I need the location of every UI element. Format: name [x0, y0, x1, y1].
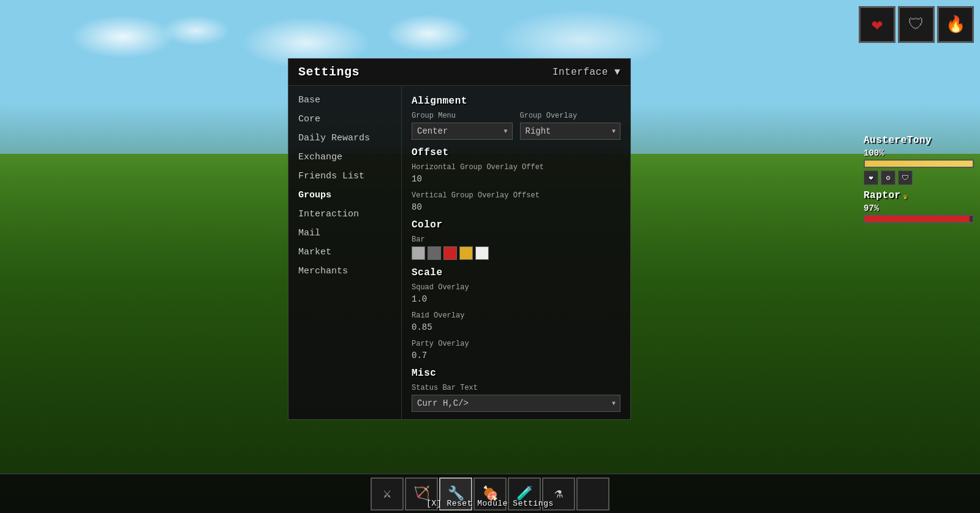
- settings-content: Alignment Group Menu Center Left Right ▼…: [402, 86, 630, 419]
- color-swatch-light-gray[interactable]: [412, 246, 425, 260]
- fire-hud-icon: 🔥: [937, 6, 974, 43]
- status-bar-text-dropdown-container: Curr H,C/> Option 2 Option 3 ▼: [412, 395, 620, 412]
- group-menu-dropdown-container: Center Left Right ▼: [412, 123, 513, 140]
- group-menu-select[interactable]: Center Left Right: [412, 123, 513, 140]
- nav-item-daily-rewards[interactable]: Daily Rewards: [288, 129, 401, 148]
- player1-health-percent: 100%: [864, 148, 974, 158]
- group-menu-col: Group Menu Center Left Right ▼: [412, 112, 513, 140]
- nav-item-interaction[interactable]: Interaction: [288, 205, 401, 224]
- player1-gear-icon: ⚙: [881, 170, 895, 185]
- player1-name: AustereTony: [864, 135, 974, 146]
- settings-nav: Base Core Daily Rewards Exchange Friends…: [288, 86, 402, 419]
- party-overlay-value: 0.7: [412, 351, 620, 360]
- alignment-row: Group Menu Center Left Right ▼ Group Ove…: [412, 112, 620, 140]
- player2-health-fill: [865, 216, 970, 222]
- settings-body: Base Core Daily Rewards Exchange Friends…: [288, 86, 630, 419]
- player1-shield-icon: 🛡: [898, 170, 913, 185]
- group-menu-label: Group Menu: [412, 112, 513, 120]
- reset-module-text[interactable]: [X] Reset Module Settings: [426, 499, 554, 508]
- color-swatch-white[interactable]: [475, 246, 489, 260]
- misc-section-title: Misc: [412, 368, 620, 379]
- color-swatches-row: [412, 246, 620, 260]
- party-overlay-label: Party Overlay: [412, 340, 620, 348]
- hotbar-slot-7[interactable]: [576, 477, 609, 511]
- nav-item-exchange[interactable]: Exchange: [288, 148, 401, 167]
- status-bar-text-label: Status Bar Text: [412, 384, 620, 392]
- nav-item-market[interactable]: Market: [288, 243, 401, 262]
- color-swatch-red[interactable]: [443, 246, 457, 260]
- player1-heart-icon: ❤: [864, 170, 878, 185]
- nav-item-merchants[interactable]: Merchants: [288, 262, 401, 281]
- nav-item-core[interactable]: Core: [288, 110, 401, 129]
- player2-crown: ♛: [903, 192, 908, 202]
- horizontal-offset-label: Horizontal Group Overlay Offet: [412, 163, 620, 172]
- hotbar-slot-1[interactable]: ⚔: [371, 477, 404, 511]
- color-swatch-dark-gray[interactable]: [428, 246, 441, 260]
- squad-overlay-label: Squad Overlay: [412, 283, 620, 292]
- player2-name: Raptor: [864, 190, 901, 201]
- settings-module-dropdown[interactable]: Interface ▼: [552, 67, 620, 78]
- vertical-offset-label: Vertical Group Overlay Offset: [412, 191, 620, 200]
- nav-item-mail[interactable]: Mail: [288, 224, 401, 243]
- settings-panel: Settings Interface ▼ Base Core Daily Rew…: [288, 58, 631, 420]
- player2-health-bar: [864, 215, 974, 223]
- color-section-title: Color: [412, 219, 620, 230]
- status-bar-text-select[interactable]: Curr H,C/> Option 2 Option 3: [412, 395, 620, 412]
- hud-top-icons: ❤ 🛡 🔥: [859, 6, 974, 43]
- color-swatch-yellow[interactable]: [459, 246, 473, 260]
- shield-hud-icon: 🛡: [898, 6, 935, 43]
- squad-overlay-value: 1.0: [412, 294, 620, 304]
- nav-item-groups[interactable]: Groups: [288, 186, 401, 205]
- group-overlay-col: Group Overlay Right Left Center ▼: [520, 112, 621, 140]
- vertical-offset-value: 80: [412, 202, 620, 212]
- nav-item-base[interactable]: Base: [288, 91, 401, 110]
- player2-info: Raptor ♛ 97%: [864, 190, 974, 223]
- group-overlay-select[interactable]: Right Left Center: [520, 123, 621, 140]
- player1-health-bar: [864, 159, 974, 168]
- scale-section-title: Scale: [412, 267, 620, 278]
- alignment-section-title: Alignment: [412, 96, 620, 107]
- player-info-panel: AustereTony 100% ❤ ⚙ 🛡 Raptor ♛ 97%: [864, 135, 974, 226]
- settings-title: Settings: [298, 65, 360, 79]
- heart-hud-icon: ❤: [859, 6, 895, 43]
- player2-health-percent: 97%: [864, 203, 974, 213]
- offset-section-title: Offset: [412, 147, 620, 158]
- bar-label: Bar: [412, 235, 620, 244]
- player1-status-icons: ❤ ⚙ 🛡: [864, 170, 974, 185]
- settings-header: Settings Interface ▼: [288, 59, 630, 86]
- raid-overlay-label: Raid Overlay: [412, 311, 620, 320]
- player1-health-fill: [865, 161, 973, 167]
- horizontal-offset-value: 10: [412, 174, 620, 184]
- raid-overlay-value: 0.85: [412, 322, 620, 332]
- group-overlay-dropdown-container: Right Left Center ▼: [520, 123, 621, 140]
- group-overlay-label: Group Overlay: [520, 112, 621, 120]
- nav-item-friends-list[interactable]: Friends List: [288, 167, 401, 186]
